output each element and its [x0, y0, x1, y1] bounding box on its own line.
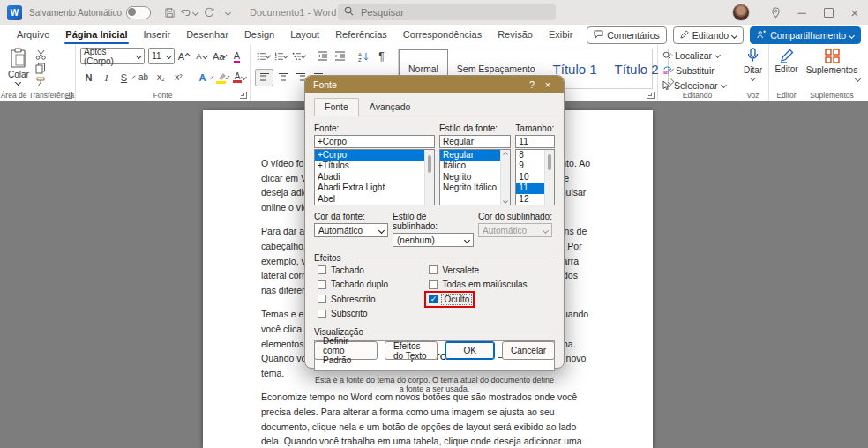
subscript-button[interactable]: x₂ [153, 70, 169, 86]
bullets-button[interactable] [255, 49, 272, 64]
font-style-input[interactable] [440, 137, 510, 146]
checkbox-tachado[interactable]: Tachado [318, 265, 429, 275]
grow-font-button[interactable]: A [176, 49, 192, 64]
show-paragraph-marks-button[interactable]: ¶ [373, 49, 390, 64]
list-item[interactable]: Abel [315, 194, 434, 205]
minimize-button[interactable]: ─ [789, 0, 815, 25]
font-style-listbox[interactable]: Regular Itálico Negrito Negrito Itálico [439, 149, 511, 205]
cancel-button[interactable]: Cancelar [502, 341, 555, 360]
checkbox-icon[interactable] [318, 310, 326, 318]
autosave-control[interactable]: Salvamento Automático [29, 6, 151, 19]
font-input[interactable] [315, 137, 434, 146]
select-button[interactable]: Selecionar [662, 78, 732, 92]
align-left-button[interactable] [255, 69, 273, 86]
undo-dropdown-chevron-icon[interactable] [192, 9, 198, 15]
bold-button[interactable]: N [80, 70, 97, 86]
font-color-dropdown[interactable]: Automático [314, 223, 388, 237]
scroll-down-icon[interactable] [501, 197, 510, 205]
autosave-toggle[interactable] [126, 6, 151, 19]
close-button[interactable]: × [842, 0, 868, 25]
align-center-button[interactable] [274, 70, 291, 86]
collapse-ribbon-chevron-icon[interactable] [856, 71, 860, 86]
ok-button[interactable]: OK [445, 341, 495, 360]
highlight-button[interactable] [213, 70, 230, 86]
font-name-combo[interactable]: Aptos (Corpo) [80, 48, 145, 64]
tab-arquivo[interactable]: Arquivo [9, 25, 57, 44]
set-as-default-button[interactable]: Definir como Padrão [314, 341, 378, 360]
font-dialog-launcher-icon[interactable] [240, 92, 247, 99]
comments-button[interactable]: Comentários [587, 26, 667, 44]
editing-mode-button[interactable]: Editando [673, 26, 744, 44]
checkbox-sobrescrito[interactable]: Sobrescrito [318, 294, 429, 304]
redo-button[interactable] [198, 3, 218, 22]
font-style-scrollbar[interactable] [500, 150, 510, 205]
copy-icon[interactable] [35, 63, 47, 74]
numbering-button[interactable] [273, 49, 289, 64]
dictate-button[interactable]: Ditar [742, 47, 764, 81]
decrease-indent-button[interactable] [314, 49, 331, 64]
clipboard-dialog-launcher-icon[interactable] [65, 92, 72, 99]
restore-button[interactable] [815, 0, 842, 25]
find-button[interactable]: Localizar [662, 49, 732, 62]
checkbox-subscrito[interactable]: Subscrito [318, 309, 429, 319]
checkbox-icon[interactable] [318, 280, 326, 289]
dialog-help-button[interactable]: ? [524, 79, 540, 90]
checkbox-icon[interactable] [318, 295, 326, 303]
sort-button[interactable]: AZ [355, 49, 372, 64]
font-size-input[interactable] [516, 137, 554, 146]
shrink-font-button[interactable]: A [193, 49, 210, 64]
tab-revisao[interactable]: Revisão [490, 25, 541, 44]
pin-icon[interactable] [762, 0, 789, 25]
italic-button[interactable]: I [98, 70, 115, 86]
format-painter-icon[interactable] [35, 77, 47, 87]
customize-qat-chevron-icon[interactable] [218, 3, 237, 22]
list-item[interactable]: +Títulos [315, 161, 434, 171]
replace-button[interactable]: ab Substituir [662, 63, 732, 77]
search-input[interactable] [359, 6, 521, 19]
dialog-close-icon[interactable]: × [540, 79, 556, 90]
cut-icon[interactable] [35, 49, 47, 60]
list-item[interactable]: Abadi [315, 172, 434, 183]
tab-layout[interactable]: Layout [282, 25, 327, 44]
underline-style-dropdown[interactable]: (nenhum) [393, 233, 474, 247]
share-button[interactable]: Compartilhamento [750, 26, 861, 44]
tab-referencias[interactable]: Referências [327, 25, 395, 44]
styles-dialog-launcher-icon[interactable] [647, 92, 655, 99]
font-size-listbox[interactable]: 8 9 10 11 12 [515, 149, 555, 205]
checkbox-icon[interactable] [429, 265, 438, 274]
font-list-scrollbar[interactable] [424, 150, 434, 205]
save-icon[interactable] [160, 3, 179, 22]
multilevel-list-button[interactable] [290, 49, 307, 64]
undo-button[interactable] [179, 3, 198, 22]
checkbox-icon[interactable] [429, 280, 438, 289]
dialog-tab-fonte[interactable]: Fonte [314, 98, 359, 116]
list-item[interactable]: +Corpo [315, 150, 434, 161]
text-effects-button[interactable]: Efeitos do Texto [385, 341, 438, 360]
tab-exibir[interactable]: Exibir [541, 25, 581, 44]
font-listbox[interactable]: +Corpo +Títulos Abadi Abadi Extra Light … [314, 149, 435, 205]
dialog-tab-avancado[interactable]: Avançado [359, 98, 422, 116]
paste-dropdown-chevron-icon[interactable] [15, 79, 21, 86]
scroll-up-icon[interactable] [501, 150, 510, 158]
tab-correspondencias[interactable]: Correspondências [395, 25, 490, 44]
increase-indent-button[interactable] [332, 49, 348, 64]
font-size-combo[interactable]: 11 [148, 48, 175, 64]
word-logo-icon[interactable] [7, 5, 22, 20]
underline-button[interactable]: S [116, 70, 132, 86]
checkbox-versalete[interactable]: Versalete [429, 265, 555, 275]
search-box[interactable] [338, 4, 556, 20]
list-item[interactable]: Abadi Extra Light [315, 183, 434, 193]
tab-pagina-inicial[interactable]: Página Inicial [57, 25, 135, 44]
user-avatar[interactable] [732, 4, 750, 21]
paste-button[interactable]: Colar [4, 47, 33, 87]
tab-inserir[interactable]: Inserir [136, 25, 179, 44]
tab-desenhar[interactable]: Desenhar [178, 25, 236, 44]
checkbox-icon[interactable] [318, 265, 326, 274]
checkbox-todas-em-maiusculas[interactable]: Todas em maiúsculas [429, 280, 555, 290]
font-dialog-titlebar[interactable]: Fonte ? × [305, 76, 564, 93]
strikethrough-button[interactable]: ab [135, 70, 152, 86]
text-effects-button[interactable]: A [194, 70, 211, 86]
font-size-scrollbar[interactable] [544, 150, 554, 205]
addins-button[interactable]: Suplementos [809, 47, 855, 76]
checked-checkbox-icon[interactable] [429, 295, 438, 303]
